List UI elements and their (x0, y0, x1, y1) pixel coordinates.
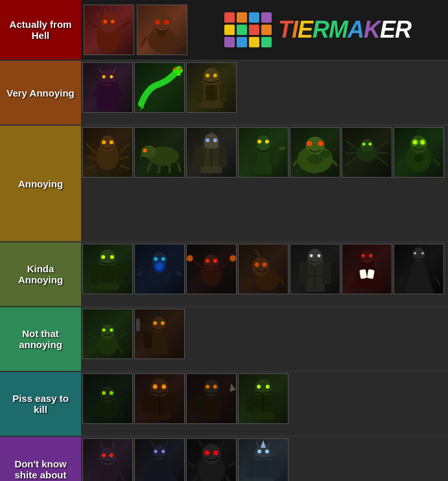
svg-point-188 (257, 385, 261, 389)
header-row: Actually from Hell (0, 0, 448, 61)
svg-rect-219 (247, 458, 256, 478)
svg-point-87 (368, 143, 371, 146)
svg-line-22 (99, 68, 102, 73)
svg-point-205 (154, 450, 158, 453)
tier-image (134, 309, 185, 359)
svg-line-195 (100, 441, 103, 450)
tier-label-kinda-annoying: Kinda Annoying (0, 242, 81, 306)
svg-point-102 (110, 255, 114, 259)
svg-point-90 (413, 140, 418, 145)
tier-image (186, 373, 237, 424)
tier-images-not-that-annoying (81, 307, 448, 371)
svg-line-151 (119, 333, 128, 338)
svg-point-73 (318, 141, 324, 146)
svg-rect-56 (218, 147, 228, 167)
svg-point-222 (265, 450, 269, 454)
tier-row-dont-know: Don't know shite about (0, 437, 448, 481)
svg-line-79 (346, 140, 358, 150)
tier-row-very-annoying: Very Annoying (0, 61, 448, 126)
svg-point-159 (153, 322, 157, 325)
svg-line-48 (147, 163, 150, 172)
tier-image (290, 244, 340, 294)
svg-line-150 (88, 333, 97, 338)
svg-line-43 (120, 165, 130, 169)
svg-line-145 (434, 276, 440, 286)
svg-line-214 (226, 476, 231, 481)
svg-line-76 (332, 161, 337, 166)
svg-rect-172 (167, 393, 177, 413)
svg-point-25 (174, 67, 176, 70)
svg-rect-99 (91, 263, 100, 283)
svg-line-75 (293, 161, 298, 166)
svg-point-173 (153, 384, 158, 389)
svg-point-45 (110, 140, 113, 144)
tier-images-piss-easy (81, 372, 448, 436)
svg-line-196 (112, 441, 115, 450)
svg-point-118 (187, 255, 193, 262)
svg-point-121 (252, 257, 269, 276)
svg-point-85 (360, 139, 373, 152)
svg-point-108 (154, 257, 158, 261)
tier-image (394, 127, 444, 178)
svg-rect-69 (279, 147, 285, 150)
svg-point-212 (213, 451, 218, 456)
tier-image (82, 244, 133, 294)
tier-image (394, 244, 444, 294)
svg-point-136 (362, 254, 365, 257)
svg-line-111 (172, 263, 182, 270)
svg-line-40 (86, 165, 96, 169)
svg-point-197 (102, 453, 106, 457)
tiermaker-logo: TiERMAKER (190, 12, 445, 47)
tier-image (84, 5, 134, 55)
tier-label-text: Don't know shite about (5, 458, 76, 480)
tier-image (82, 438, 133, 481)
svg-point-153 (110, 329, 113, 332)
tier-image (82, 309, 133, 359)
tier-images-kinda-annoying (81, 242, 448, 306)
svg-line-16 (177, 37, 183, 47)
tier-row-not-that-annoying: Not that annoying (0, 307, 448, 372)
tier-label-text: Kinda Annoying (5, 263, 76, 285)
svg-point-131 (317, 254, 320, 257)
svg-point-66 (257, 140, 261, 144)
svg-point-96 (414, 154, 424, 162)
tier-image (134, 62, 185, 113)
tier-row-piss-easy: Piss easy to kill (0, 372, 448, 437)
svg-line-215 (188, 463, 196, 467)
logo-text: TiERMAKER (278, 16, 411, 43)
svg-rect-30 (220, 83, 228, 102)
tier-image (238, 438, 289, 481)
tier-image (82, 127, 133, 178)
svg-point-221 (257, 450, 261, 454)
svg-rect-223 (256, 460, 270, 477)
svg-point-125 (263, 263, 267, 267)
tier-image (186, 127, 237, 178)
tier-label-not-that-annoying: Not that annoying (0, 307, 81, 371)
svg-point-72 (307, 141, 312, 146)
tier-label-text: Actually from Hell (5, 19, 76, 41)
svg-point-101 (101, 255, 105, 259)
svg-rect-129 (323, 262, 331, 284)
svg-point-74 (307, 154, 322, 165)
svg-point-142 (414, 252, 416, 255)
svg-point-137 (369, 254, 372, 257)
svg-line-23 (113, 68, 116, 73)
svg-line-38 (86, 143, 96, 153)
tier-image (290, 127, 340, 178)
svg-line-216 (226, 463, 235, 467)
tier-image (137, 5, 187, 55)
svg-point-67 (265, 140, 269, 144)
svg-rect-171 (143, 393, 153, 413)
svg-line-81 (346, 156, 358, 166)
svg-point-194 (99, 448, 115, 465)
svg-line-163 (92, 407, 97, 417)
svg-rect-55 (196, 147, 205, 167)
tier-images-very-annoying (81, 61, 448, 124)
svg-rect-103 (100, 265, 114, 283)
svg-rect-100 (115, 263, 125, 283)
svg-rect-186 (247, 393, 256, 413)
svg-line-144 (397, 276, 404, 286)
svg-point-167 (102, 391, 106, 395)
tier-image (342, 244, 392, 294)
tier-row-annoying: Annoying (0, 126, 448, 242)
